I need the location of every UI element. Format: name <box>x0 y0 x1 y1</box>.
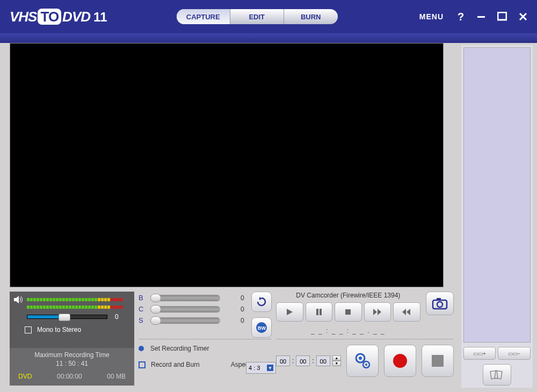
merge-button[interactable]: ▭▭+ <box>463 347 496 360</box>
help-button[interactable]: ? <box>455 12 465 21</box>
svg-marker-9 <box>287 309 293 315</box>
undo-icon <box>256 296 267 308</box>
saturation-label: S <box>139 316 146 324</box>
rewind-icon <box>402 308 411 316</box>
mode-tabs: CAPTURE EDIT BURN <box>177 9 338 24</box>
svg-marker-14 <box>378 309 381 315</box>
svg-rect-10 <box>316 309 318 315</box>
fforward-icon <box>373 308 382 316</box>
svg-marker-13 <box>373 309 377 315</box>
svg-rect-25 <box>495 371 502 379</box>
tab-burn[interactable]: BURN <box>284 9 338 24</box>
volume-slider[interactable] <box>27 315 107 319</box>
audio-meter-left <box>27 298 130 301</box>
snapshot-button[interactable] <box>426 292 454 315</box>
mono-label: Mono to Stereo <box>37 326 81 333</box>
svg-rect-11 <box>320 309 322 315</box>
timer-up[interactable]: ▲ <box>332 355 341 361</box>
bw-button[interactable]: BW <box>251 317 272 338</box>
clip-panel: ▭▭+ ▭▭− <box>461 45 533 388</box>
stop-transport-button[interactable] <box>335 302 362 322</box>
record-burn-label: Record and Burn <box>151 361 200 368</box>
saturation-value: 0 <box>241 317 244 324</box>
svg-text:BW: BW <box>258 325 266 331</box>
video-preview <box>10 43 444 287</box>
rewind-button[interactable] <box>393 302 420 322</box>
contrast-slider[interactable] <box>150 306 220 313</box>
record-burn-checkbox[interactable] <box>139 361 146 368</box>
dropdown-arrow-icon: ▼ <box>267 365 273 371</box>
brightness-value: 0 <box>241 294 244 302</box>
svg-marker-16 <box>407 309 410 315</box>
pause-icon <box>315 308 323 316</box>
file-size: 00 MB <box>107 373 126 380</box>
media-type: DVD <box>18 373 32 380</box>
svg-rect-24 <box>490 371 498 379</box>
aspect-ratio-select[interactable]: 4 : 3 ▼ <box>246 362 276 374</box>
svg-text:?: ? <box>458 12 464 21</box>
maximize-button[interactable] <box>497 12 507 21</box>
pause-button[interactable] <box>306 302 333 322</box>
stop-icon <box>344 308 352 316</box>
brightness-label: B <box>139 294 146 302</box>
play-icon <box>286 308 293 316</box>
fforward-button[interactable] <box>364 302 391 322</box>
close-button[interactable] <box>519 12 527 21</box>
bw-icon: BW <box>255 321 268 334</box>
mono-checkbox[interactable] <box>25 326 32 333</box>
sub-bar <box>0 33 537 43</box>
svg-rect-12 <box>345 309 351 315</box>
clip-list[interactable] <box>463 47 531 343</box>
svg-rect-2 <box>498 12 506 20</box>
audio-panel: 0 Mono to Stereo <box>10 292 134 348</box>
device-name: DV Camcorder (Firewire/IEEE 1394) <box>276 292 420 299</box>
export-icon <box>490 369 504 381</box>
minimize-button[interactable] <box>477 12 485 21</box>
split-button[interactable]: ▭▭− <box>498 347 531 360</box>
svg-rect-1 <box>477 16 485 18</box>
svg-marker-15 <box>402 309 406 315</box>
elapsed-time: 00:00:00 <box>57 373 82 380</box>
contrast-label: C <box>139 305 146 313</box>
menu-button[interactable]: MENU <box>419 12 444 21</box>
contrast-value: 0 <box>241 306 244 313</box>
svg-marker-5 <box>14 296 19 303</box>
tab-edit[interactable]: EDIT <box>230 9 284 24</box>
svg-point-21 <box>359 357 362 360</box>
timer-radio[interactable] <box>139 346 144 351</box>
speaker-icon <box>14 296 24 303</box>
volume-value: 0 <box>115 313 119 321</box>
camera-icon <box>432 297 448 310</box>
recording-info: Maximum Recording Time 11 : 50 : 41 DVD … <box>10 348 134 386</box>
tab-capture[interactable]: CAPTURE <box>177 9 230 24</box>
saturation-slider[interactable] <box>150 317 220 324</box>
device-timecode: _ _ : _ _ : _ _ . _ _ <box>276 327 420 335</box>
timer-label: Set Recording Timer <box>150 345 209 352</box>
brightness-slider[interactable] <box>150 295 220 301</box>
app-logo: VHSTODVD11 <box>10 9 107 25</box>
audio-meter-right <box>27 306 130 309</box>
export-button[interactable] <box>483 364 511 386</box>
svg-rect-19 <box>437 298 441 301</box>
reset-button[interactable] <box>251 292 272 312</box>
title-bar: VHSTODVD11 CAPTURE EDIT BURN MENU ? <box>0 0 537 33</box>
svg-point-18 <box>437 302 442 307</box>
play-button[interactable] <box>276 302 303 322</box>
